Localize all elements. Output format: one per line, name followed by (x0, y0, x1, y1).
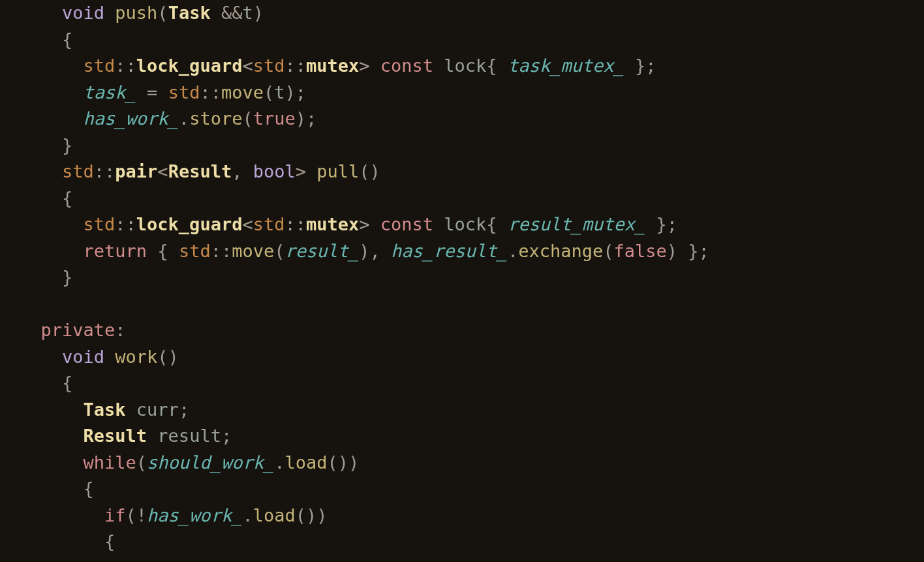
member-should-work: should_work_ (147, 452, 274, 473)
keyword-const: const (380, 55, 433, 76)
member-has-work: has_work_ (84, 108, 179, 129)
fn-store: store (189, 108, 242, 129)
type-lock-guard: lock_guard (136, 55, 243, 76)
keyword-private: private (41, 320, 116, 340)
member-has-result: has_result_ (391, 241, 508, 261)
var-result: result (157, 426, 221, 446)
ns-std: std (84, 55, 116, 76)
literal-true: true (253, 108, 296, 129)
member-result-mutex: result_mutex_ (508, 214, 645, 234)
fn-move: move (221, 82, 264, 102)
fn-load: load (285, 452, 327, 473)
fn-work: work (115, 347, 157, 367)
literal-false: false (613, 241, 666, 261)
keyword-void: void (62, 3, 104, 23)
var-lock: lock (444, 55, 486, 76)
member-task-mutex: task_mutex_ (508, 55, 624, 76)
type-pair: pair (115, 161, 157, 181)
var-curr: curr (136, 399, 179, 420)
type-task: Task (168, 3, 211, 23)
code-block: void push(Task &&t) { std::lock_guard<st… (0, 0, 924, 555)
keyword-if: if (104, 505, 126, 525)
type-result: Result (168, 161, 232, 181)
keyword-return: return (84, 241, 147, 261)
fn-exchange: exchange (518, 241, 603, 261)
type-mutex: mutex (306, 55, 359, 76)
param-t: t (242, 3, 253, 23)
member-result: result_ (285, 241, 359, 261)
keyword-bool: bool (253, 161, 296, 181)
keyword-while: while (84, 452, 136, 473)
member-task: task_ (84, 82, 136, 102)
fn-push: push (115, 3, 157, 23)
fn-pull: pull (316, 161, 359, 181)
